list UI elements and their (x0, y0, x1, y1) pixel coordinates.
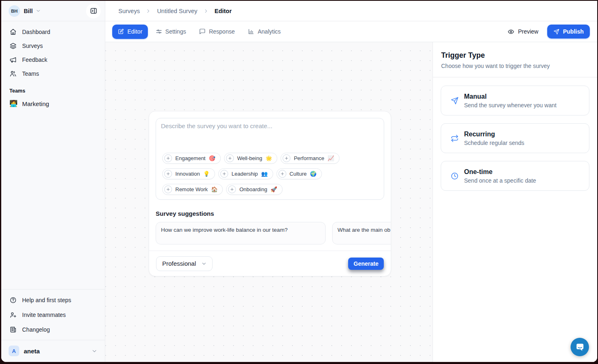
survey-canvas[interactable]: Engagement 🎯 Well-being 🌟 Performance (105, 42, 433, 362)
topic-chip-performance[interactable]: Performance 📈 (281, 153, 340, 164)
tab-label: Editor (127, 28, 143, 35)
sidebar-spacer (1, 111, 105, 289)
trigger-description: Send once at a specific date (464, 177, 536, 184)
user-avatar: A (9, 346, 19, 356)
topic-chip-remote-work[interactable]: Remote Work 🏠 (162, 184, 223, 195)
survey-generator-card: Engagement 🎯 Well-being 🌟 Performance (149, 111, 391, 276)
plus-icon (283, 154, 290, 162)
tab-response[interactable]: Response (194, 25, 240, 39)
sidebar-item-help[interactable]: Help and first steps (5, 293, 102, 307)
trigger-text: Recurring Schedule regular sends (464, 131, 524, 146)
changelog-icon (9, 326, 17, 333)
tab-label: Response (209, 28, 235, 35)
breadcrumb: Surveys Untitled Survey Editor (105, 1, 597, 21)
sliders-icon (156, 28, 162, 35)
chat-icon (199, 28, 206, 35)
sidebar-footer-nav: Help and first steps Invite teammates Ch… (1, 289, 105, 337)
suggestion-card[interactable]: How can we improve work-life balance in … (156, 222, 326, 244)
sidebar-item-invite[interactable]: Invite teammates (5, 307, 102, 322)
workspace-name[interactable]: Bill (24, 8, 33, 14)
team-emoji: 🧑‍💻 (9, 100, 18, 107)
publish-label: Publish (563, 28, 584, 35)
preview-button[interactable]: Preview (504, 26, 542, 38)
chevron-right-icon (203, 8, 209, 14)
send-icon (553, 29, 559, 35)
chip-emoji: 🌟 (265, 156, 272, 161)
sidebar-item-label: Help and first steps (22, 297, 71, 303)
topic-chip-innovation[interactable]: Innovation 💡 (162, 168, 215, 179)
chip-label: Onboarding (239, 186, 267, 192)
panel-subtitle: Choose how you want to trigger the surve… (441, 63, 589, 69)
chat-widget-button[interactable] (571, 338, 589, 356)
workspace-avatar[interactable]: BH (9, 5, 20, 17)
breadcrumb-untitled-survey[interactable]: Untitled Survey (157, 8, 197, 14)
breadcrumb-surveys[interactable]: Surveys (118, 8, 140, 14)
trigger-type-panel: Trigger Type Choose how you want to trig… (433, 42, 597, 362)
sidebar-item-label: Surveys (22, 43, 43, 49)
plus-icon (220, 170, 228, 178)
help-circle-icon (9, 296, 17, 304)
sidebar-item-teams[interactable]: Teams (5, 67, 102, 81)
bar-chart-icon (248, 28, 254, 35)
tone-select[interactable]: Professional (156, 256, 213, 271)
send-icon (451, 97, 459, 105)
sidebar-user-section: A aneta (1, 340, 105, 362)
repeat-icon (451, 134, 459, 142)
user-name: aneta (24, 348, 40, 355)
team-label: Marketing (22, 100, 49, 107)
publish-button[interactable]: Publish (547, 25, 590, 38)
tab-analytics[interactable]: Analytics (242, 25, 286, 39)
suggestion-card[interactable]: What are the main ob (332, 222, 391, 244)
panel-header: Trigger Type Choose how you want to trig… (433, 42, 597, 77)
teams-section-label: Teams (1, 81, 105, 96)
sidebar-item-surveys[interactable]: Surveys (5, 39, 102, 53)
chip-label: Engagement (175, 155, 206, 161)
sidebar-item-changelog[interactable]: Changelog (5, 322, 102, 337)
chat-bubble-icon (575, 342, 585, 352)
topic-chip-leadership[interactable]: Leadership 👥 (218, 168, 273, 179)
trigger-title: Manual (464, 93, 557, 100)
workspace-header: BH Bill (1, 1, 105, 21)
suggestions-title: Survey suggestions (156, 210, 384, 217)
generator-footer: Professional Generate (149, 251, 391, 276)
plus-icon (226, 154, 234, 162)
sidebar-item-label: Dashboard (22, 29, 50, 35)
chip-emoji: 🌍 (310, 171, 317, 176)
topic-chip-well-being[interactable]: Well-being 🌟 (224, 153, 277, 164)
trigger-description: Send the survey whenever you want (464, 102, 557, 109)
trigger-option-manual[interactable]: Manual Send the survey whenever you want (441, 86, 589, 115)
topic-chip-culture[interactable]: Culture 🌍 (276, 168, 322, 179)
app-window: BH Bill Dashboard Surv (1, 1, 597, 362)
chevron-down-icon (201, 261, 207, 267)
chip-emoji: 👥 (261, 171, 268, 176)
user-plus-icon (9, 311, 17, 319)
panel-toggle-icon (90, 7, 97, 15)
user-menu[interactable]: A aneta (5, 343, 102, 359)
sidebar-item-marketing[interactable]: 🧑‍💻 Marketing (5, 96, 102, 111)
eye-icon (507, 28, 514, 35)
tone-value: Professional (162, 260, 196, 267)
sidebar-item-dashboard[interactable]: Dashboard (5, 25, 102, 39)
chip-emoji: 🚀 (270, 187, 277, 192)
layers-icon (9, 42, 17, 50)
trigger-title: One-time (464, 168, 536, 176)
generate-button[interactable]: Generate (348, 258, 384, 270)
suggestions-row: How can we improve work-life balance in … (156, 222, 391, 244)
tab-editor[interactable]: Editor (112, 25, 148, 39)
trigger-option-one-time[interactable]: One-time Send once at a specific date (441, 161, 589, 191)
edit-icon (118, 28, 124, 35)
chip-label: Remote Work (175, 186, 208, 192)
topic-chip-onboarding[interactable]: Onboarding 🚀 (226, 184, 282, 195)
trigger-option-recurring[interactable]: Recurring Schedule regular sends (441, 123, 589, 153)
sidebar-collapse-button[interactable] (86, 4, 101, 18)
topic-chip-engagement[interactable]: Engagement 🎯 (162, 153, 221, 164)
chip-emoji: 📈 (328, 156, 334, 161)
prompt-box: Engagement 🎯 Well-being 🌟 Performance (156, 118, 384, 200)
survey-prompt-input[interactable] (161, 122, 379, 154)
sidebar-item-label: Teams (22, 70, 39, 77)
chip-label: Culture (290, 171, 307, 177)
chevron-down-icon (36, 8, 41, 14)
megaphone-icon (9, 56, 17, 63)
sidebar-item-feedback[interactable]: Feedback (5, 53, 102, 67)
tab-settings[interactable]: Settings (150, 25, 192, 39)
